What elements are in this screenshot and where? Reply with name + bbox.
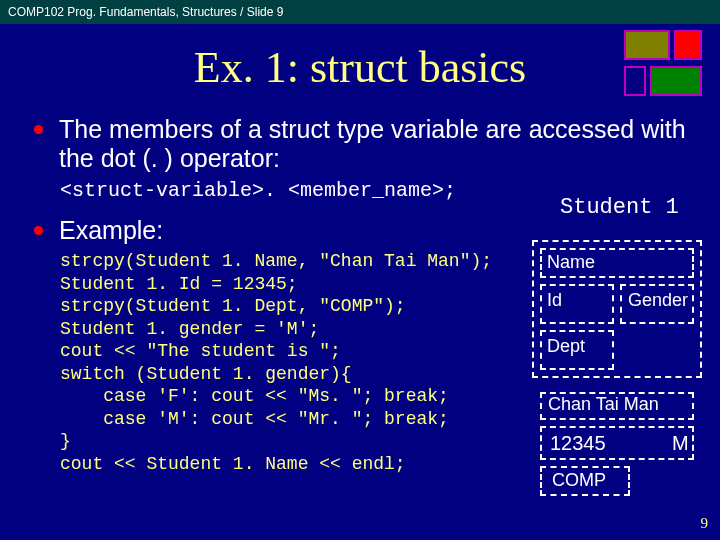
bullet-dot-icon — [34, 125, 43, 134]
diagram-value-name: Chan Tai Man — [548, 394, 659, 415]
diagram-label-dept: Dept — [547, 336, 585, 357]
bullet-dot-icon — [34, 226, 43, 235]
slide-header: COMP102 Prog. Fundamentals, Structures /… — [0, 0, 720, 24]
bullet-2-text: Example: — [59, 216, 163, 245]
bullet-1-text: The members of a struct type variable ar… — [59, 115, 700, 173]
page-number: 9 — [701, 515, 709, 532]
diagram-label-gender: Gender — [628, 290, 688, 311]
diagram-label-name: Name — [547, 252, 595, 273]
diagram-label-id: Id — [547, 290, 562, 311]
diagram-value-gender: M — [672, 432, 689, 455]
bullet-1: The members of a struct type variable ar… — [34, 115, 700, 173]
slide-title: Ex. 1: struct basics — [0, 42, 720, 93]
diagram-var-name: Student 1 — [560, 195, 679, 220]
diagram-value-dept: COMP — [552, 470, 606, 491]
logo-graphic — [624, 30, 706, 102]
diagram-value-id: 12345 — [550, 432, 606, 455]
